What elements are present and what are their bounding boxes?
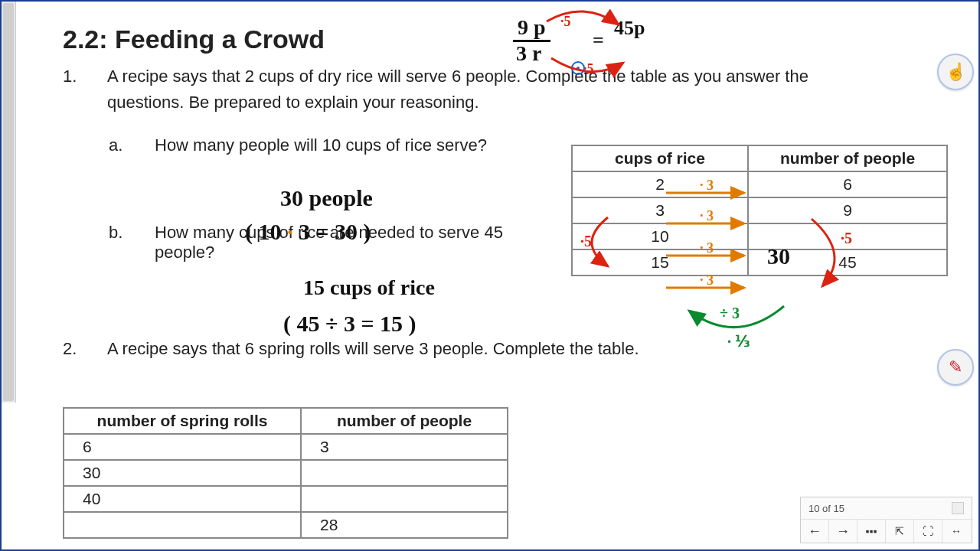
sub-letter: a. xyxy=(109,135,155,155)
hw-rhs: 45p xyxy=(614,17,645,40)
arrow-left-icon: ← xyxy=(808,523,822,540)
menu-button[interactable]: ▪▪▪ xyxy=(857,520,885,543)
hw-x5-bot: ·5 xyxy=(583,61,594,77)
hw-div3: ÷ 3 xyxy=(720,305,740,322)
scrollbar-thumb[interactable] xyxy=(3,3,14,401)
fit-width-icon: ⛶ xyxy=(923,525,933,537)
fit-page-icon: ⇱ xyxy=(895,525,904,537)
table-row: 1030 xyxy=(572,223,947,249)
table-header: cups of rice xyxy=(572,145,748,171)
hw-x3: · 3 xyxy=(700,240,714,256)
hw-frac-den: 3 r xyxy=(516,41,541,66)
pen-icon: ✎ xyxy=(949,357,962,377)
hw-frac-num: 9 p xyxy=(513,15,550,42)
page-indicator: 10 of 15 xyxy=(808,503,844,514)
table-header: number of spring rolls xyxy=(64,408,301,434)
table-row: 26 xyxy=(572,171,947,197)
prev-page-button[interactable]: ← xyxy=(801,520,828,543)
next-page-button[interactable]: → xyxy=(828,520,857,543)
sub-text: How many people will 10 cups of rice ser… xyxy=(155,135,487,155)
hw-work-a: ( 10 · 3 = 30 ) xyxy=(245,219,371,245)
question-text: A recipe says that 6 spring rolls will s… xyxy=(107,336,639,362)
question-2: 2. A recipe says that 6 spring rolls wil… xyxy=(63,336,978,362)
table-header: number of people xyxy=(748,145,947,171)
hand-icon: ☝ xyxy=(946,62,966,82)
hand-tool-button[interactable]: ☝ xyxy=(937,54,974,90)
question-number: 2. xyxy=(63,336,107,362)
hw-work-b: ( 45 ÷ 3 = 15 ) xyxy=(283,311,416,337)
hw-x3: · 3 xyxy=(700,272,714,289)
question-1: 1. A recipe says that 2 cups of dry rice… xyxy=(63,64,978,116)
fit-width-button[interactable]: ⛶ xyxy=(913,520,942,543)
vertical-scrollbar[interactable] xyxy=(2,2,16,403)
hw-answer-a: 30 people xyxy=(280,185,373,211)
hw-right-x5: ·5 xyxy=(841,230,852,247)
table-row: 30 xyxy=(64,460,508,486)
arrow-right-icon: → xyxy=(836,523,850,540)
hw-x3: · 3 xyxy=(700,178,714,194)
page-nav-toolbar: 10 of 15 ← → ▪▪▪ ⇱ ⛶ ↔ xyxy=(800,497,972,543)
hw-cell-30: 30 xyxy=(767,243,790,269)
table-row: 1545 xyxy=(572,249,947,276)
question-text: A recipe says that 2 cups of dry rice wi… xyxy=(107,64,880,116)
pen-tool-button[interactable]: ✎ xyxy=(937,349,974,386)
hw-third: · ⅓ xyxy=(727,332,750,350)
hw-x5-top: ·5 xyxy=(560,14,571,30)
table-row: 40 xyxy=(64,486,508,512)
table-header: number of people xyxy=(301,408,508,434)
two-way-icon: ↔ xyxy=(951,525,962,537)
hw-left-x5: ·5 xyxy=(580,233,592,250)
hw-answer-b: 15 cups of rice xyxy=(303,276,435,300)
question-number: 1. xyxy=(63,64,107,116)
rolls-table: number of spring rolls number of people … xyxy=(63,407,508,539)
table-row: 63 xyxy=(64,434,508,460)
cursor-indicator xyxy=(571,61,585,75)
fit-page-button[interactable]: ⇱ xyxy=(885,520,913,543)
close-button[interactable] xyxy=(952,502,964,514)
two-page-button[interactable]: ↔ xyxy=(942,520,970,543)
hw-eq: = xyxy=(593,29,604,52)
rice-table: cups of rice number of people 26 39 1030… xyxy=(571,145,948,276)
hw-x3: · 3 xyxy=(700,208,714,224)
table-row: 28 xyxy=(64,512,508,538)
table-row: 39 xyxy=(572,197,947,223)
sub-letter: b. xyxy=(109,223,155,262)
menu-icon: ▪▪▪ xyxy=(866,525,877,537)
